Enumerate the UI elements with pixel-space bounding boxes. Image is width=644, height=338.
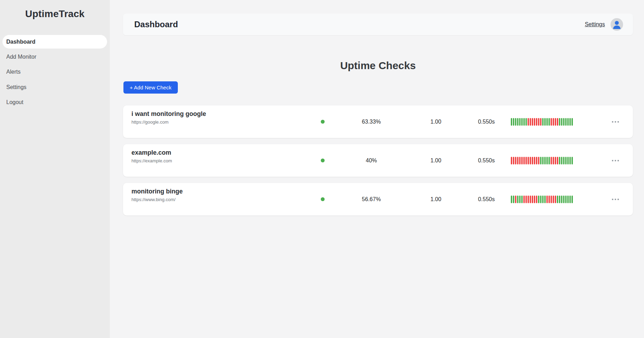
monitor-info: i want monitoring google https://google.… (123, 105, 312, 125)
status-up-dot-icon (321, 197, 325, 201)
ellipsis-menu-icon[interactable] (610, 158, 621, 163)
uptime-bar-up (561, 118, 562, 126)
uptime-bar-up (519, 196, 521, 203)
availability-value: 1.00 (430, 157, 441, 164)
uptime-bar-up (567, 196, 569, 203)
status-up-dot-icon (321, 120, 325, 124)
uptime-bar-up (571, 118, 573, 126)
page-title: Dashboard (134, 20, 178, 29)
uptime-bar-up (517, 196, 518, 203)
uptime-bar-down (540, 118, 541, 126)
uptime-bar-down (553, 157, 554, 164)
uptime-bar-up (521, 196, 523, 203)
uptime-bar-up (538, 196, 539, 203)
uptime-history-bars (511, 196, 573, 203)
uptime-bar-up (569, 196, 571, 203)
main-content: Dashboard Settings Uptime Checks + Add N… (110, 0, 644, 338)
uptime-bar-up (557, 196, 558, 203)
menu-cell (577, 158, 633, 163)
uptime-bar-down (536, 196, 537, 203)
availability-cell: 1.00 (410, 196, 462, 203)
sidebar-nav: DashboardAdd MonitorAlertsSettingsLogout (0, 34, 110, 110)
monitor-card: monitoring binge https://www.bing.com/ 5… (123, 183, 633, 215)
uptime-bar-down (534, 157, 535, 164)
uptime-bar-down (551, 118, 552, 126)
uptime-bar-down (536, 157, 537, 164)
uptime-bar-down (528, 157, 529, 164)
uptime-bar-down (546, 196, 548, 203)
sidebar-item-dashboard[interactable]: Dashboard (2, 35, 107, 49)
status-up-dot-icon (321, 159, 325, 162)
uptime-bar-up (542, 157, 544, 164)
uptime-bar-down (523, 157, 525, 164)
ellipsis-menu-icon[interactable] (610, 197, 621, 202)
availability-value: 1.00 (430, 196, 441, 203)
uptime-percent-cell: 56.67% (333, 196, 410, 203)
uptime-bar-up (544, 157, 546, 164)
uptime-bar-up (569, 118, 571, 126)
uptime-percent-value: 56.67% (362, 196, 381, 203)
uptime-bar-up (546, 118, 548, 126)
availability-cell: 1.00 (410, 157, 462, 164)
uptime-bar-up (540, 196, 541, 203)
uptime-bar-up (544, 196, 546, 203)
monitor-card: example.com https://example.com 40% 1.00… (123, 144, 633, 177)
uptime-bar-down (530, 157, 531, 164)
uptime-bar-down (551, 196, 552, 203)
monitor-url: https://www.bing.com/ (131, 197, 312, 202)
add-new-check-button[interactable]: + Add New Check (123, 81, 178, 94)
status-cell (312, 120, 333, 124)
uptime-bar-up (569, 157, 571, 164)
uptime-bar-up (563, 118, 565, 126)
uptime-bar-down (530, 118, 531, 126)
uptime-bar-up (546, 157, 548, 164)
uptime-bar-up (559, 157, 560, 164)
uptime-bar-down (530, 196, 531, 203)
uptime-bar-up (559, 118, 560, 126)
availability-value: 1.00 (430, 119, 441, 125)
uptime-bar-down (538, 118, 539, 126)
uptime-bar-up (542, 118, 544, 126)
monitor-info: example.com https://example.com (123, 144, 312, 163)
uptime-bar-down (557, 157, 558, 164)
monitor-name: monitoring binge (131, 188, 312, 195)
user-avatar[interactable] (611, 18, 623, 31)
sidebar-item-logout[interactable]: Logout (2, 95, 107, 109)
sidebar-item-alerts[interactable]: Alerts (2, 65, 107, 79)
uptime-bar-down (532, 157, 533, 164)
uptime-percent-value: 63.33% (362, 119, 381, 125)
uptime-bar-down (528, 118, 529, 126)
uptime-bar-up (511, 118, 512, 126)
uptime-history-bars (511, 157, 573, 164)
uptime-history-cell (511, 196, 577, 203)
uptime-history-bars (511, 118, 573, 126)
uptime-bar-up (571, 157, 573, 164)
response-time-value: 0.550s (478, 196, 495, 203)
uptime-history-cell (511, 118, 577, 126)
top-header-bar: Dashboard Settings (123, 14, 633, 35)
uptime-bar-up (571, 196, 573, 203)
monitor-info: monitoring binge https://www.bing.com/ (123, 183, 312, 202)
monitor-name: example.com (131, 149, 312, 156)
settings-link[interactable]: Settings (585, 21, 605, 28)
uptime-bar-down (528, 196, 529, 203)
app-logo: UptimeTrack (0, 0, 110, 20)
uptime-bar-down (513, 157, 514, 164)
uptime-bar-up (565, 157, 567, 164)
response-time-value: 0.550s (478, 119, 495, 125)
uptime-bar-down (511, 157, 512, 164)
uptime-bar-down (532, 196, 533, 203)
sidebar-item-settings[interactable]: Settings (2, 80, 107, 94)
ellipsis-menu-icon[interactable] (610, 119, 621, 125)
uptime-bar-up (513, 118, 514, 126)
uptime-bar-down (525, 157, 527, 164)
monitor-name: i want monitoring google (131, 110, 312, 118)
user-icon (611, 18, 623, 31)
uptime-history-cell (511, 157, 577, 164)
uptime-bar-up (542, 196, 544, 203)
sidebar-item-add-monitor[interactable]: Add Monitor (2, 50, 107, 64)
sidebar: UptimeTrack DashboardAdd MonitorAlertsSe… (0, 0, 110, 338)
uptime-bar-up (548, 118, 550, 126)
uptime-bar-down (534, 118, 535, 126)
response-time-cell: 0.550s (462, 119, 511, 125)
